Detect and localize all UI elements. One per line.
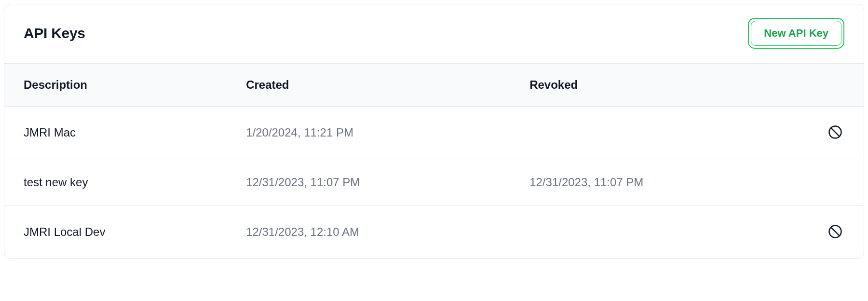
cell-description: test new key bbox=[4, 159, 236, 206]
api-keys-table: Description Created Revoked JMRI Mac1/20… bbox=[4, 63, 864, 258]
new-api-key-button[interactable]: New API Key bbox=[751, 21, 841, 46]
column-header-actions bbox=[803, 64, 864, 107]
api-keys-card: API Keys New API Key Description Created… bbox=[4, 4, 864, 259]
cell-description: JMRI Local Dev bbox=[4, 206, 236, 259]
table-row: test new key12/31/2023, 11:07 PM12/31/20… bbox=[4, 159, 864, 206]
table-header-row: Description Created Revoked bbox=[4, 64, 864, 107]
revoke-button[interactable] bbox=[826, 123, 844, 141]
column-header-revoked: Revoked bbox=[520, 64, 803, 107]
column-header-description: Description bbox=[4, 64, 236, 107]
table-body: JMRI Mac1/20/2024, 11:21 PMtest new key1… bbox=[4, 107, 864, 259]
cell-created: 1/20/2024, 11:21 PM bbox=[236, 107, 520, 159]
table-row: JMRI Mac1/20/2024, 11:21 PM bbox=[4, 107, 864, 159]
svg-line-1 bbox=[831, 128, 840, 137]
page-title: API Keys bbox=[24, 25, 85, 41]
table-row: JMRI Local Dev12/31/2023, 12:10 AM bbox=[4, 206, 864, 259]
ban-icon bbox=[828, 224, 842, 239]
cell-revoked bbox=[520, 206, 803, 259]
card-header: API Keys New API Key bbox=[4, 4, 864, 63]
cell-actions bbox=[803, 159, 864, 206]
cell-revoked: 12/31/2023, 11:07 PM bbox=[520, 159, 803, 206]
svg-line-3 bbox=[831, 227, 840, 236]
column-header-created: Created bbox=[236, 64, 520, 107]
cell-actions bbox=[803, 107, 864, 159]
revoke-button[interactable] bbox=[826, 222, 844, 241]
cell-created: 12/31/2023, 12:10 AM bbox=[236, 206, 520, 259]
cell-created: 12/31/2023, 11:07 PM bbox=[236, 159, 520, 206]
cell-revoked bbox=[520, 107, 803, 159]
ban-icon bbox=[828, 125, 842, 139]
cell-description: JMRI Mac bbox=[4, 107, 236, 159]
cell-actions bbox=[803, 206, 864, 259]
new-api-key-focus-ring: New API Key bbox=[748, 18, 844, 49]
